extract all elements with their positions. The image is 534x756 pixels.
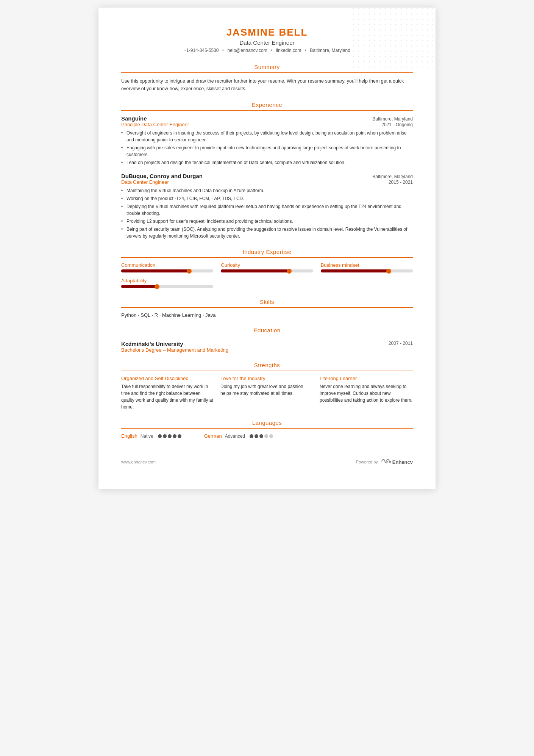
contact-info: +1-914-345-5530 • help@enhancv.com • lin… <box>121 48 413 53</box>
skill-bar-knob-0 <box>187 269 192 274</box>
candidate-name: JASMINE BELL <box>121 27 413 38</box>
exp-entry-2: DuBuque, Conroy and Durgan Baltimore, Ma… <box>121 173 413 239</box>
skill-bar-1 <box>221 269 313 272</box>
exp-header-1: Sanguine Baltimore, Maryland <box>121 115 413 122</box>
location-2: Baltimore, Maryland <box>372 174 413 179</box>
expertise-divider <box>121 257 413 258</box>
lang-dots-0 <box>158 434 181 438</box>
strength-item-1: Love for the Industry Doing my job with … <box>220 376 314 410</box>
skill-bar-3 <box>121 285 213 288</box>
position-title-2: Data Center Engineer <box>121 179 169 185</box>
strengths-title: Strengths <box>121 362 413 368</box>
enhancv-logo: Enhancv <box>380 458 413 466</box>
bullet-2-5: Being part of security team (SOC), Analy… <box>121 226 413 239</box>
skill-bar-2 <box>321 269 413 272</box>
lang-name-0: English <box>121 433 137 439</box>
bullet-2-4: Providing L2 support for user's request,… <box>121 218 413 225</box>
footer: www.enhancv.com Powered by Enhancv <box>121 454 413 466</box>
dot-sep-2: • <box>271 48 272 53</box>
languages-row: English Native German Advanced <box>121 433 413 439</box>
lang-dot-0-4 <box>178 434 181 438</box>
company-name-2: DuBuque, Conroy and Durgan <box>121 173 203 179</box>
email: help@enhancv.com <box>227 48 267 53</box>
edu-date-0: 2007 - 2011 <box>389 341 413 346</box>
degree-0: Bachelor's Degree – Management and Marke… <box>121 347 228 353</box>
lang-dot-1-0 <box>250 434 253 438</box>
enhancv-icon <box>380 458 391 466</box>
lang-dot-1-1 <box>255 434 258 438</box>
skills-title: Skills <box>121 299 413 305</box>
resume-page: JASMINE BELL Data Center Engineer +1-914… <box>98 8 436 489</box>
exp-subheader-1: Principle Data Center Engineer 2021 - On… <box>121 122 413 130</box>
lang-dot-0-1 <box>163 434 167 438</box>
enhancv-brand: Enhancv <box>392 459 413 465</box>
exp-header-2: DuBuque, Conroy and Durgan Baltimore, Ma… <box>121 173 413 179</box>
skill-bar-0 <box>121 269 213 272</box>
expertise-title: Industry Expertise <box>121 249 413 255</box>
lang-dot-0-2 <box>168 434 172 438</box>
skill-bar-knob-1 <box>287 269 292 274</box>
position-title-1: Principle Data Center Engineer <box>121 122 189 127</box>
expertise-item-2: Business mindset <box>321 262 413 272</box>
languages-section: Languages English Native German Advanced <box>121 419 413 439</box>
footer-website: www.enhancv.com <box>121 460 156 464</box>
strength-item-2: Life-long Learner Never done learning an… <box>320 376 413 410</box>
expertise-label-3: Adaptability <box>121 278 213 283</box>
summary-title: Summary <box>121 64 413 70</box>
education-section: Education Koźmiński's University Bachelo… <box>121 327 413 353</box>
expertise-section: Industry Expertise Communication Curiosi… <box>121 249 413 290</box>
bullet-1-1: Oversight of engineers in insuring the s… <box>121 130 413 143</box>
header: JASMINE BELL Data Center Engineer +1-914… <box>121 27 413 53</box>
expertise-grid: Communication Curiosity Business min <box>121 262 413 290</box>
edu-right-0: 2007 - 2011 <box>389 341 413 346</box>
lang-item-0: English Native <box>121 433 181 439</box>
strength-title-1: Love for the Industry <box>220 376 314 381</box>
lang-dot-1-4 <box>269 434 273 438</box>
dot-sep-3: • <box>305 48 306 53</box>
summary-text: Use this opportunity to intrigue and dra… <box>121 77 413 92</box>
skill-bar-fill-0 <box>121 269 190 272</box>
phone: +1-914-345-5530 <box>184 48 219 53</box>
lang-level-1: Advanced <box>225 434 245 439</box>
date-range-2: 2015 - 2021 <box>389 180 413 185</box>
skill-bar-fill-3 <box>121 285 158 288</box>
languages-title: Languages <box>121 419 413 426</box>
strength-item-0: Organized and Self Disciplined Take full… <box>121 376 214 410</box>
summary-divider <box>121 72 413 73</box>
linkedin: linkedin.com <box>276 48 301 53</box>
exp-bullets-2: Maintaining the Virtual machines and Dat… <box>121 187 413 239</box>
bullet-2-2: Working on the product -T24, TCIB, FCM, … <box>121 195 413 202</box>
lang-dot-0-0 <box>158 434 162 438</box>
skills-divider <box>121 307 413 308</box>
bullet-1-3: Lead on projects and design the technica… <box>121 159 413 166</box>
skills-text: Python · SQL · R · Machine Learning · Ja… <box>121 312 413 318</box>
strength-title-2: Life-long Learner <box>320 376 413 381</box>
strength-title-0: Organized and Self Disciplined <box>121 376 214 381</box>
location: Baltimore, Maryland <box>310 48 350 53</box>
exp-subheader-2: Data Center Engineer 2015 - 2021 <box>121 179 413 187</box>
skill-bar-knob-3 <box>155 284 159 289</box>
skill-bar-knob-2 <box>386 269 391 274</box>
lang-name-1: German <box>204 433 222 439</box>
skill-bar-fill-1 <box>221 269 290 272</box>
experience-title: Experience <box>121 102 413 108</box>
footer-powered: Powered by Enhancv <box>356 458 413 466</box>
lang-dot-1-3 <box>264 434 268 438</box>
strength-desc-1: Doing my job with great love and passion… <box>220 383 314 397</box>
dot-sep-1: • <box>222 48 224 53</box>
experience-section: Experience Sanguine Baltimore, Maryland … <box>121 102 413 239</box>
education-title: Education <box>121 327 413 333</box>
strength-desc-0: Take full responsibility to deliver my w… <box>121 383 214 410</box>
edu-left-0: Koźmiński's University Bachelor's Degree… <box>121 341 228 353</box>
skill-bar-fill-2 <box>321 269 390 272</box>
lang-level-0: Native <box>141 434 153 439</box>
summary-section: Summary Use this opportunity to intrigue… <box>121 64 413 92</box>
exp-entry-1: Sanguine Baltimore, Maryland Principle D… <box>121 115 413 166</box>
expertise-label-1: Curiosity <box>221 262 313 268</box>
school-name-0: Koźmiński's University <box>121 341 228 347</box>
experience-divider <box>121 110 413 111</box>
lang-item-1: German Advanced <box>204 433 273 439</box>
bullet-2-3: Deploying the Virtual machines with requ… <box>121 203 413 217</box>
strengths-divider <box>121 371 413 371</box>
strengths-grid: Organized and Self Disciplined Take full… <box>121 376 413 410</box>
